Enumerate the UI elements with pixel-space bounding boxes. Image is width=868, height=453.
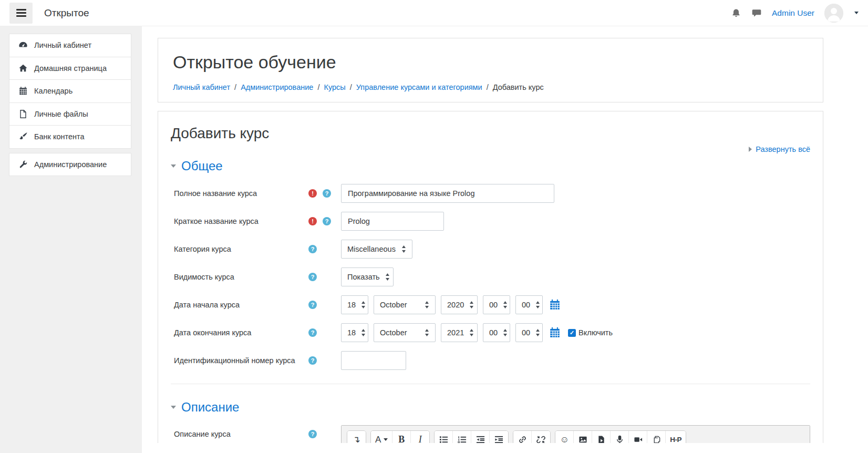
page-header-card: Открытое обучение Личный кабинет / Админ… [158, 38, 823, 102]
record-video-icon[interactable] [629, 431, 647, 443]
field-label: Дата начала курса [174, 301, 308, 309]
breadcrumb-separator: / [230, 83, 241, 91]
field-row-fullname: Полное название курса ! ? [174, 184, 810, 203]
enddate-year-select[interactable]: 2021 [441, 323, 478, 342]
fullname-input[interactable] [341, 184, 554, 203]
section-description: Описание Описание курса ? ↴ [171, 384, 810, 443]
font-style-icon[interactable]: A [371, 431, 392, 443]
caret-down-icon[interactable] [854, 12, 859, 14]
select-arrows-icon [425, 301, 429, 308]
messages-icon[interactable] [751, 8, 762, 18]
enddate-enable-checkbox[interactable]: ✓ Включить [568, 328, 613, 337]
avatar[interactable] [824, 4, 843, 23]
select-arrows-icon [401, 245, 406, 253]
help-icon[interactable]: ? [308, 356, 317, 365]
dashboard-icon [18, 40, 28, 50]
startdate-month-select[interactable]: October [374, 295, 436, 314]
category-select[interactable]: Miscellaneous [341, 240, 412, 259]
insert-media-icon[interactable] [592, 431, 611, 443]
sidebar-item-label: Банк контента [34, 132, 85, 141]
indent-icon[interactable] [490, 431, 508, 443]
site-name[interactable]: Открытое [44, 7, 89, 19]
sidebar-item-dashboard[interactable]: Личный кабинет [9, 34, 131, 57]
enddate-month-select[interactable]: October [374, 323, 436, 342]
field-label: Краткое название курса [174, 217, 308, 225]
sidebar-nav: Личный кабинет Домашняя страница Календа… [0, 26, 142, 453]
startdate-hour-select[interactable]: 00 [483, 295, 510, 314]
field-label: Дата окончания курса [174, 328, 308, 337]
breadcrumb-current: Добавить курс [493, 83, 544, 91]
breadcrumb-item[interactable]: Управление курсами и категориями [356, 83, 482, 91]
startdate-year-select[interactable]: 2020 [441, 295, 478, 314]
visibility-select[interactable]: Показать [341, 267, 394, 286]
help-icon[interactable]: ? [308, 301, 317, 309]
startdate-minute-select[interactable]: 00 [515, 295, 543, 314]
sidebar-item-administration[interactable]: Администрирование [9, 153, 131, 177]
unlink-icon[interactable] [532, 431, 550, 443]
section-title-description: Описание [181, 400, 239, 415]
sidebar-main-group: Личный кабинет Домашняя страница Календа… [9, 34, 131, 149]
ordered-list-icon[interactable] [453, 431, 471, 443]
startdate-day-select[interactable]: 18 [341, 295, 368, 314]
editor-toolbar: ↴ A B I [342, 426, 810, 443]
caret-down-icon [171, 164, 176, 168]
select-arrows-icon [503, 329, 508, 336]
record-audio-icon[interactable] [611, 431, 629, 443]
calendar-picker-icon[interactable] [549, 299, 561, 311]
sidebar-item-calendar[interactable]: Календарь [9, 79, 131, 103]
insert-image-icon[interactable] [574, 431, 592, 443]
shortname-input[interactable] [341, 212, 444, 231]
calendar-icon [18, 86, 28, 96]
breadcrumb-item[interactable]: Курсы [324, 83, 345, 91]
breadcrumb-item[interactable]: Администрирование [241, 83, 313, 91]
help-icon[interactable]: ? [323, 189, 331, 198]
select-arrows-icon [361, 301, 366, 308]
emoticon-icon[interactable]: ☺ [555, 431, 574, 443]
expand-all-link[interactable]: Развернуть всё [756, 145, 810, 153]
field-label: Идентификационный номер курса [174, 356, 308, 365]
italic-icon[interactable]: I [411, 431, 429, 443]
enddate-day-select[interactable]: 18 [341, 323, 368, 342]
breadcrumb: Личный кабинет / Администрирование / Кур… [173, 83, 808, 91]
section-general-header[interactable]: Общее [171, 159, 810, 173]
field-label: Видимость курса [174, 273, 308, 281]
breadcrumb-separator: / [313, 83, 324, 91]
h5p-icon[interactable]: H-P [666, 431, 686, 443]
help-icon[interactable]: ? [308, 430, 317, 438]
select-arrows-icon [361, 329, 366, 336]
idnumber-input[interactable] [341, 351, 406, 370]
outdent-icon[interactable] [471, 431, 490, 443]
sidebar-admin-group: Администрирование [9, 153, 131, 177]
field-label: Описание курса [174, 425, 308, 438]
help-icon[interactable]: ? [308, 245, 317, 253]
select-arrows-icon [503, 301, 508, 308]
main-content: Открытое обучение Личный кабинет / Админ… [142, 26, 868, 453]
help-icon[interactable]: ? [308, 328, 317, 337]
link-icon[interactable] [513, 431, 532, 443]
navbar-right: Admin User [731, 4, 859, 23]
enddate-minute-select[interactable]: 00 [515, 323, 543, 342]
manage-files-icon[interactable] [647, 431, 666, 443]
user-menu-name[interactable]: Admin User [772, 8, 814, 18]
sidebar-item-content-bank[interactable]: Банк контента [9, 125, 131, 149]
breadcrumb-item[interactable]: Личный кабинет [173, 83, 230, 91]
help-icon[interactable]: ? [323, 217, 331, 225]
calendar-picker-icon[interactable] [549, 327, 561, 338]
sidebar-item-label: Домашняя страница [34, 64, 107, 73]
select-arrows-icon [535, 301, 540, 308]
help-icon[interactable]: ? [308, 273, 317, 281]
bold-icon[interactable]: B [392, 431, 411, 443]
sidebar-item-private-files[interactable]: Личные файлы [9, 102, 131, 126]
hamburger-icon[interactable] [9, 3, 33, 24]
section-description-header[interactable]: Описание [171, 400, 810, 415]
sidebar-item-home[interactable]: Домашняя страница [9, 57, 131, 80]
select-arrows-icon [535, 329, 540, 336]
wrench-icon [18, 160, 28, 169]
bell-icon[interactable] [731, 8, 741, 18]
collapse-toolbar-icon[interactable]: ↴ [347, 431, 366, 443]
unordered-list-icon[interactable] [435, 431, 453, 443]
required-icon: ! [308, 189, 317, 198]
select-arrows-icon [425, 329, 429, 336]
enddate-hour-select[interactable]: 00 [483, 323, 510, 342]
field-row-summary: Описание курса ? ↴ A [174, 425, 810, 443]
